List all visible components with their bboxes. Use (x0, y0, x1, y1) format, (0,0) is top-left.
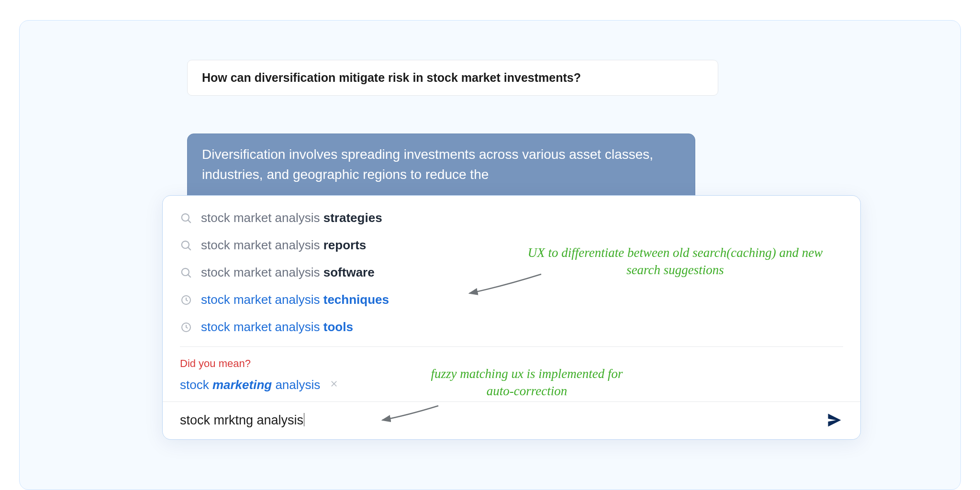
suggestion-text: stock market analysis techniques (201, 292, 389, 307)
svg-line-5 (188, 275, 191, 278)
close-icon[interactable] (328, 377, 340, 393)
svg-point-4 (182, 268, 189, 275)
search-input[interactable]: stock mrktng analysis (180, 413, 816, 428)
correction-text: stock marketing analysis (180, 378, 320, 392)
question-text: How can diversification mitigate risk in… (202, 71, 581, 84)
suggestion-text: stock market analysis software (201, 265, 375, 280)
suggestion-item-new-1[interactable]: stock market analysis reports (180, 232, 843, 259)
svg-point-0 (182, 213, 189, 221)
search-icon (180, 212, 192, 224)
send-icon[interactable] (826, 412, 843, 429)
svg-line-1 (188, 220, 191, 223)
search-suggestions-popup: stock market analysis strategies stock m… (162, 195, 861, 440)
correction-row[interactable]: stock marketing analysis (163, 373, 860, 401)
user-question-bubble: How can diversification mitigate risk in… (187, 60, 718, 96)
divider (180, 346, 843, 347)
text-cursor (304, 413, 304, 426)
suggestion-text: stock market analysis tools (201, 320, 353, 334)
suggestion-item-new-0[interactable]: stock market analysis strategies (180, 204, 843, 232)
suggestion-item-history-3[interactable]: stock market analysis techniques (180, 286, 843, 313)
svg-point-2 (182, 241, 189, 248)
suggestion-item-history-4[interactable]: stock market analysis tools (180, 313, 843, 341)
search-input-row: stock mrktng analysis (163, 401, 860, 439)
svg-line-3 (188, 247, 191, 250)
answer-text: Diversification involves spreading inves… (202, 147, 653, 182)
search-icon (180, 239, 192, 252)
chat-frame: How can diversification mitigate risk in… (19, 20, 961, 490)
suggestion-item-new-2[interactable]: stock market analysis software (180, 259, 843, 286)
clock-icon (180, 321, 192, 334)
suggestion-text: stock market analysis reports (201, 238, 366, 253)
search-icon (180, 267, 192, 279)
suggestion-text: stock market analysis strategies (201, 211, 382, 225)
suggestion-list: stock market analysis strategies stock m… (163, 204, 860, 341)
did-you-mean-label: Did you mean? (163, 353, 860, 373)
clock-icon (180, 294, 192, 306)
